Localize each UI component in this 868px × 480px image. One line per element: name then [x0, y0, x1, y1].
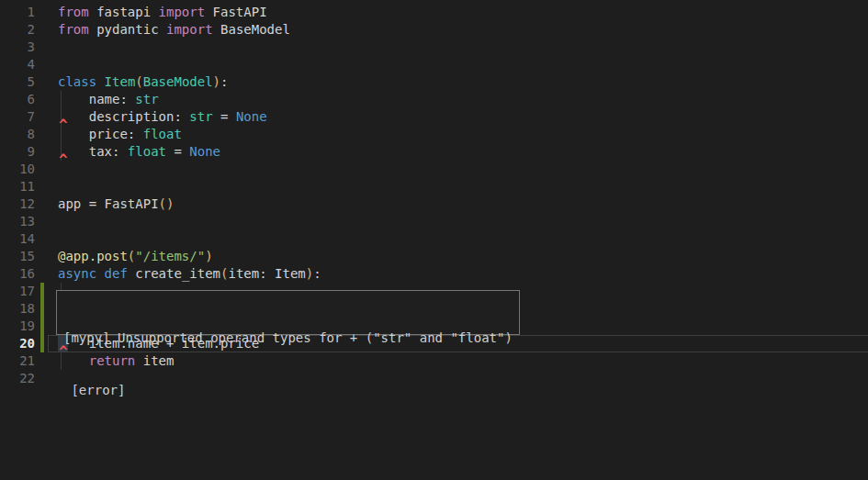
gutter-sign-column — [35, 195, 58, 213]
gutter-sign-column — [35, 283, 58, 300]
tooltip-message: [mypy] Unsupported operand types for + (… — [63, 329, 519, 347]
line-number: 7 — [0, 108, 35, 126]
code-token: () — [159, 196, 175, 211]
gutter-sign-column — [35, 178, 58, 195]
code-text: price: float — [58, 126, 182, 143]
code-token: BaseModel — [213, 22, 290, 37]
code-line-8[interactable]: 8 price: float — [0, 126, 868, 143]
code-token: str — [189, 109, 212, 124]
code-token: str — [135, 92, 158, 106]
code-token: def — [105, 266, 128, 281]
code-line-15[interactable]: 15@app.post("/items/") — [0, 248, 868, 265]
line-number: 3 — [0, 39, 35, 56]
git-change-indicator — [40, 283, 44, 300]
code-token: = — [166, 144, 189, 159]
gutter-sign-column — [35, 213, 58, 230]
code-token: from — [58, 5, 89, 19]
code-line-16[interactable]: 16async def create_item(item: Item): — [0, 265, 868, 283]
gutter-sign-column — [35, 265, 58, 283]
code-token: item: Item — [228, 266, 305, 281]
code-token: from — [58, 22, 89, 37]
gutter-sign-column — [35, 91, 58, 108]
code-line-5[interactable]: 5class Item(BaseModel): — [0, 73, 868, 91]
line-number: 10 — [0, 161, 35, 178]
code-line-2[interactable]: 2from pydantic import BaseModel — [0, 21, 868, 39]
code-text: async def create_item(item: Item): — [58, 265, 321, 283]
line-number: 16 — [0, 265, 35, 283]
line-number: 15 — [0, 248, 35, 265]
code-token: None — [189, 144, 220, 159]
code-line-11[interactable]: 11 — [0, 178, 868, 195]
line-number: 2 — [0, 21, 35, 39]
code-token: ) — [213, 74, 220, 89]
code-token: @app.post — [58, 249, 128, 263]
code-line-3[interactable]: 3 — [0, 39, 868, 56]
code-line-14[interactable]: 14 — [0, 230, 868, 248]
gutter-sign-column — [35, 143, 58, 161]
code-token: create_item — [128, 266, 220, 281]
gutter-sign-column — [35, 56, 58, 73]
line-number: 9 — [0, 143, 35, 161]
line-number: 17 — [0, 283, 35, 300]
gutter-sign-column — [35, 230, 58, 248]
line-number: 20 — [0, 335, 35, 352]
git-change-indicator — [40, 300, 44, 318]
code-token: class — [58, 74, 96, 89]
line-number: 12 — [0, 195, 35, 213]
line-number: 19 — [0, 318, 35, 335]
line-number: 1 — [0, 4, 35, 21]
code-token: FastAPI — [205, 5, 266, 19]
code-line-1[interactable]: 1from fastapi import FastAPI — [0, 4, 868, 21]
line-number: 11 — [0, 178, 35, 195]
gutter-sign-column — [35, 161, 58, 178]
code-token: BaseModel — [143, 74, 213, 89]
code-token: Item — [105, 74, 136, 89]
code-token: import — [166, 22, 213, 37]
code-token: ( — [135, 74, 142, 89]
code-line-4[interactable]: 4 — [0, 56, 868, 73]
code-token: name: — [58, 92, 135, 106]
code-text: from pydantic import BaseModel — [58, 21, 290, 39]
editor[interactable]: 1from fastapi import FastAPI2from pydant… — [0, 0, 868, 480]
line-number: 5 — [0, 73, 35, 91]
code-text: class Item(BaseModel): — [58, 73, 228, 91]
gutter-sign-column — [35, 108, 58, 126]
code-token: tax: — [58, 144, 128, 159]
code-token: app = FastAPI — [58, 196, 159, 211]
code-token: pydantic — [89, 22, 166, 37]
gutter-sign-column — [35, 21, 58, 39]
code-token — [96, 266, 104, 281]
code-token: None — [236, 109, 267, 124]
code-line-6[interactable]: 6 name: str — [0, 91, 868, 108]
code-token: fastapi — [89, 5, 159, 19]
code-line-12[interactable]: 12app = FastAPI() — [0, 195, 868, 213]
line-number: 4 — [0, 56, 35, 73]
gutter-sign-column — [35, 73, 58, 91]
gutter-sign-column — [35, 248, 58, 265]
gutter-sign-column — [35, 335, 58, 352]
line-number: 8 — [0, 126, 35, 143]
code-line-13[interactable]: 13 — [0, 213, 868, 230]
code-line-9[interactable]: 9 tax: float = None^ — [0, 143, 868, 161]
code-text: app = FastAPI() — [58, 195, 174, 213]
code-token: "/items/" — [135, 249, 205, 263]
code-text: @app.post("/items/") — [58, 248, 213, 265]
line-number: 18 — [0, 300, 35, 318]
code-line-10[interactable]: 10 — [0, 161, 868, 178]
line-number: 21 — [0, 352, 35, 370]
code-token: = — [213, 109, 236, 124]
code-token — [96, 74, 104, 89]
tooltip-severity: [error] — [63, 382, 519, 399]
code-token: async — [58, 266, 96, 281]
code-token: : — [220, 74, 228, 89]
gutter-sign-column — [35, 39, 58, 56]
gutter-sign-column — [35, 4, 58, 21]
code-token: price: — [58, 127, 143, 141]
code-text: from fastapi import FastAPI — [58, 4, 267, 21]
diagnostic-tooltip: [mypy] Unsupported operand types for + (… — [56, 290, 520, 335]
line-number: 6 — [0, 91, 35, 108]
code-token: ) — [205, 249, 212, 263]
line-number: 22 — [0, 370, 35, 387]
code-line-7[interactable]: 7 description: str = None^ — [0, 108, 868, 126]
code-text: tax: float = None — [58, 143, 220, 161]
